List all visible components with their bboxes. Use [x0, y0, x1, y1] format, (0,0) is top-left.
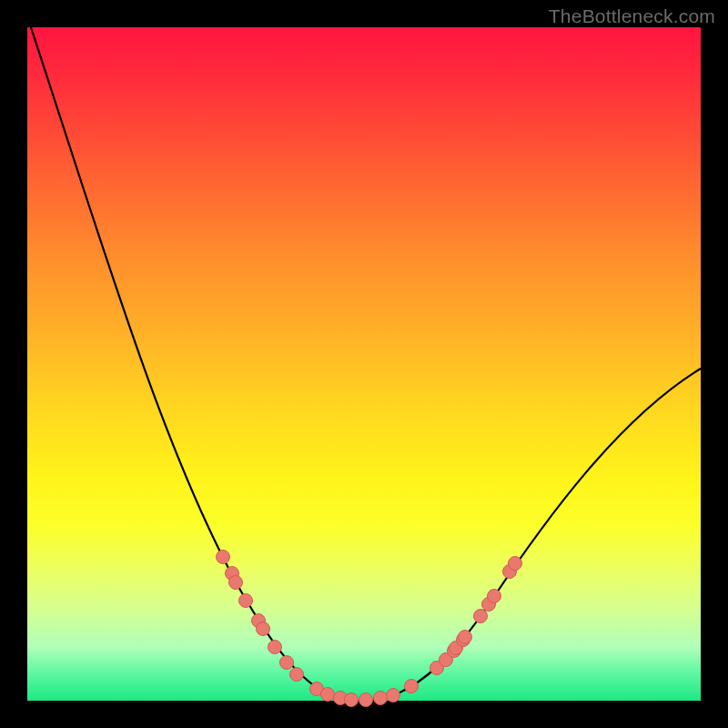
data-point	[345, 693, 359, 707]
data-point	[359, 693, 373, 707]
chart-frame	[27, 27, 701, 701]
data-point	[257, 622, 270, 636]
data-point	[374, 692, 388, 705]
data-point	[387, 689, 400, 703]
data-point	[459, 631, 472, 644]
chart-svg	[27, 27, 701, 701]
dots-right	[405, 557, 522, 693]
data-point	[488, 590, 501, 603]
data-point	[405, 680, 419, 693]
data-point	[290, 668, 304, 682]
dots-left	[217, 551, 324, 696]
watermark-text: TheBottleneck.com	[549, 5, 715, 27]
data-point	[229, 576, 243, 590]
data-point	[509, 557, 522, 571]
data-point	[217, 551, 230, 564]
data-point	[321, 688, 335, 702]
data-point	[280, 656, 294, 670]
data-point	[239, 594, 253, 608]
data-point	[474, 610, 488, 623]
bottleneck-curve	[27, 16, 701, 701]
data-point	[268, 641, 282, 654]
dots-trough	[321, 688, 400, 707]
